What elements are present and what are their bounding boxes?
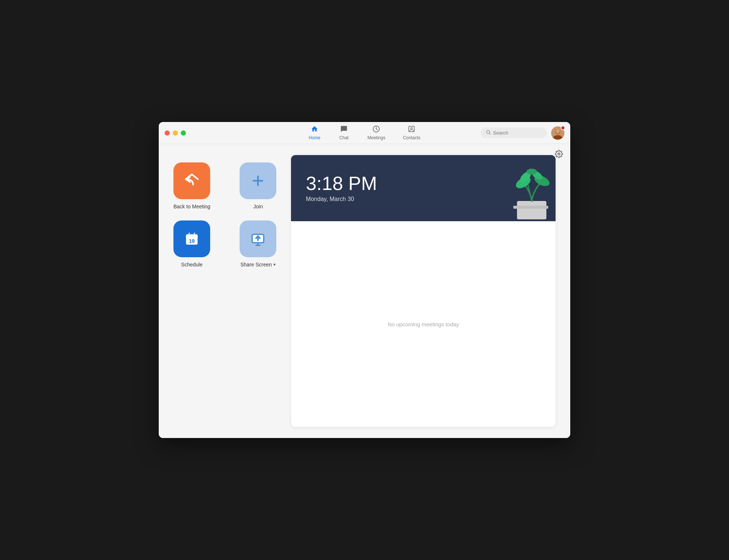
action-row-1: Back to Meeting Join: [173, 162, 276, 209]
tab-contacts-label: Contacts: [403, 135, 420, 140]
svg-point-7: [556, 129, 560, 133]
action-row-2: 19 Schedule: [173, 220, 276, 268]
share-screen-button[interactable]: [240, 220, 276, 257]
meetings-icon: [373, 125, 380, 134]
contacts-icon: [408, 125, 415, 134]
nav-right: [481, 126, 564, 140]
back-to-meeting-button[interactable]: [173, 162, 210, 199]
svg-point-2: [411, 128, 413, 129]
share-screen-label-wrap: Share Screen ▾: [240, 262, 276, 268]
search-input[interactable]: [493, 130, 542, 136]
avatar-wrap[interactable]: [551, 126, 564, 140]
calendar-svg: 19: [184, 231, 200, 247]
share-screen-label: Share Screen: [240, 262, 272, 268]
back-to-meeting-item[interactable]: Back to Meeting: [173, 162, 210, 209]
schedule-item[interactable]: 19 Schedule: [173, 220, 210, 268]
titlebar: Home Chat Meetings: [159, 122, 570, 144]
calendar-panel: 3:18 PM Monday, March 30: [291, 155, 556, 427]
svg-rect-21: [513, 206, 548, 209]
tab-chat-label: Chat: [339, 135, 348, 140]
join-button[interactable]: [240, 162, 276, 199]
svg-text:19: 19: [189, 238, 195, 244]
back-to-meeting-label: Back to Meeting: [173, 204, 210, 209]
plant-decoration: [504, 162, 556, 221]
tab-meetings[interactable]: Meetings: [359, 122, 394, 143]
clock-banner: 3:18 PM Monday, March 30: [291, 155, 556, 221]
search-bar[interactable]: [481, 128, 547, 138]
tab-home-label: Home: [309, 135, 320, 140]
action-panel: Back to Meeting Join: [173, 155, 276, 427]
svg-point-26: [527, 169, 537, 175]
search-icon: [486, 130, 491, 136]
share-screen-item[interactable]: Share Screen ▾: [240, 220, 276, 268]
main-content: Back to Meeting Join: [159, 144, 570, 438]
maximize-button[interactable]: [181, 130, 186, 136]
main-nav: Home Chat Meetings: [300, 122, 429, 143]
schedule-button[interactable]: 19: [173, 220, 210, 257]
svg-line-4: [489, 133, 491, 134]
chevron-down-icon: ▾: [273, 262, 276, 267]
settings-icon[interactable]: [555, 150, 563, 160]
schedule-label: Schedule: [181, 262, 202, 268]
content-area: Back to Meeting Join: [159, 144, 570, 438]
tab-home[interactable]: Home: [300, 122, 329, 143]
tab-chat[interactable]: Chat: [329, 122, 359, 143]
home-icon: [311, 125, 318, 134]
svg-point-8: [558, 153, 560, 155]
app-window: Home Chat Meetings: [159, 122, 570, 438]
svg-point-3: [486, 130, 489, 133]
chat-icon: [340, 125, 348, 134]
tab-meetings-label: Meetings: [367, 135, 385, 140]
no-meetings-text: No upcoming meetings today: [291, 221, 556, 427]
join-item[interactable]: Join: [240, 162, 276, 209]
notification-badge: [561, 126, 565, 130]
window-controls: [165, 130, 186, 136]
minimize-button[interactable]: [173, 130, 178, 136]
tab-contacts[interactable]: Contacts: [394, 122, 429, 143]
close-button[interactable]: [165, 130, 170, 136]
join-label: Join: [254, 204, 263, 209]
svg-rect-20: [517, 201, 546, 219]
